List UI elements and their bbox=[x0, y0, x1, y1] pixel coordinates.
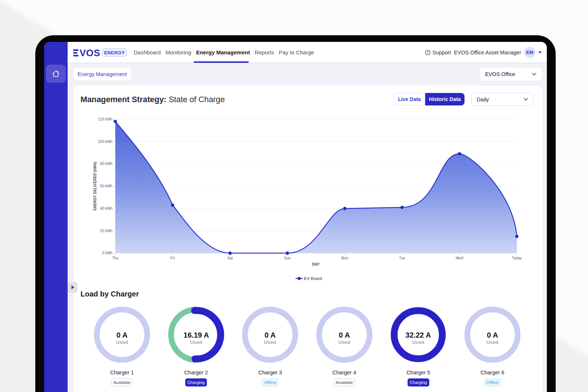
svg-text:?: ? bbox=[427, 51, 429, 54]
svg-text:Thu: Thu bbox=[112, 256, 118, 260]
svg-text:Tue: Tue bbox=[399, 256, 405, 260]
svg-text:Wed: Wed bbox=[456, 256, 463, 260]
svg-text:Fri: Fri bbox=[171, 256, 175, 260]
svg-text:0 A: 0 A bbox=[116, 331, 128, 339]
svg-text:120 kWh: 120 kWh bbox=[98, 117, 112, 121]
svg-text:0 kWh: 0 kWh bbox=[102, 251, 112, 255]
svg-text:Used: Used bbox=[190, 339, 202, 345]
svg-text:Used: Used bbox=[116, 339, 128, 345]
svg-text:Used: Used bbox=[412, 339, 424, 345]
svg-text:Used: Used bbox=[486, 339, 498, 345]
svg-text:32.22 A: 32.22 A bbox=[406, 331, 431, 339]
svg-text:40 kWh: 40 kWh bbox=[100, 206, 112, 211]
svg-text:0 A: 0 A bbox=[339, 331, 350, 339]
svg-text:Sat: Sat bbox=[227, 256, 233, 260]
svg-text:100 kWh: 100 kWh bbox=[98, 140, 112, 144]
svg-text:0 A: 0 A bbox=[487, 331, 498, 339]
svg-text:16.19 A: 16.19 A bbox=[183, 331, 209, 339]
svg-text:Used: Used bbox=[338, 339, 350, 345]
svg-text:ENERGY DELIVERED (kWh): ENERGY DELIVERED (kWh) bbox=[93, 162, 97, 211]
svg-text:EV Board: EV Board bbox=[304, 276, 322, 281]
svg-text:Used: Used bbox=[264, 339, 276, 345]
svg-text:VOS: VOS bbox=[80, 47, 100, 58]
svg-text:Sun: Sun bbox=[284, 256, 291, 260]
svg-text:0 A: 0 A bbox=[265, 331, 276, 339]
svg-text:20 kWh: 20 kWh bbox=[100, 229, 112, 233]
svg-text:80 kWh: 80 kWh bbox=[100, 162, 112, 166]
svg-text:Today: Today bbox=[512, 256, 522, 260]
svg-text:60 kWh: 60 kWh bbox=[100, 184, 112, 188]
svg-text:DAY: DAY bbox=[312, 262, 320, 266]
svg-text:Mon: Mon bbox=[341, 256, 348, 260]
